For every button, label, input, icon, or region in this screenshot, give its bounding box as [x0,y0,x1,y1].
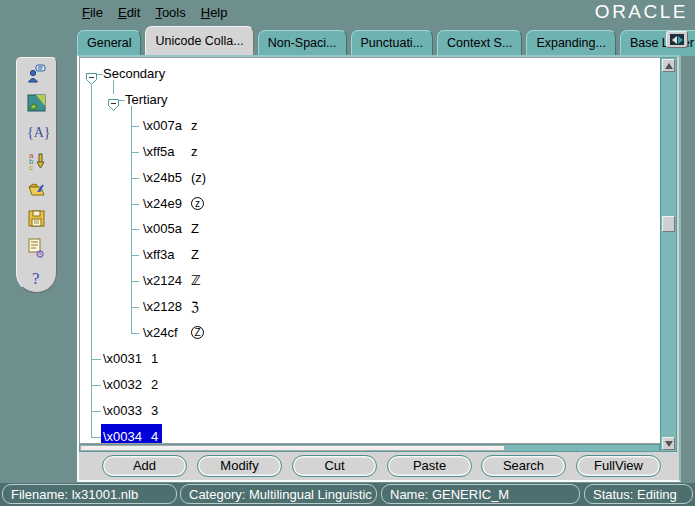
tree-item-x0033[interactable]: \x00333 [81,398,659,424]
tab-expanding[interactable]: Expanding... [526,30,616,56]
floppy-save-button[interactable] [24,208,50,232]
tab-general[interactable]: General [77,30,141,56]
cut-button[interactable]: Cut [292,455,377,477]
codepoint-text: \x005a [143,216,191,241]
horizontal-scroll-thumb[interactable] [80,445,505,451]
tree-tick-line [131,281,139,282]
menu-edit[interactable]: Edit [118,5,140,20]
character-glyph: ℤ [191,273,201,288]
document-gear-button[interactable]: ⚙ [24,237,50,261]
abc-sort-button[interactable]: abc [24,150,50,174]
svg-text:{A}: {A} [27,125,49,140]
tab-scroll-button[interactable] [666,31,688,48]
tree-collapse-toggle-icon[interactable] [108,94,119,106]
tab-context-s[interactable]: Context S... [437,30,522,56]
charset-braces-a-icon: {A} [25,121,49,146]
codepoint-text: \x24e9 [143,191,191,216]
map-territory-icon [26,92,48,117]
tree-tick-line [131,307,139,308]
character-glyph: Z [191,221,199,236]
codepoint-text: \x0031 [103,346,151,371]
svg-text:c: c [29,163,33,172]
side-toolbar: {A}abc⚙? [16,57,57,293]
svg-text:?: ? [32,269,40,288]
modify-button[interactable]: Modify [197,455,282,477]
character-glyph: 1 [151,351,158,366]
scroll-down-button[interactable] [662,437,675,450]
menu-file[interactable]: File [82,5,103,20]
tab-scroll-arrows-icon [670,34,684,45]
tree-tick-line [91,411,101,412]
person-speech-button[interactable] [24,63,50,87]
character-glyph: 3 [151,403,158,418]
tree-item-label: \x2124ℤ [141,268,205,294]
document-gear-icon: ⚙ [26,237,48,262]
codepoint-text: \x0033 [103,398,151,423]
tree-tick-line [131,152,139,153]
horizontal-scrollbar[interactable] [79,444,660,452]
status-editing: Status: Editing [584,484,693,504]
charset-braces-a-button[interactable]: {A} [24,121,50,145]
menubar: FileEditToolsHelp ORACLE [0,0,695,25]
content-panel: SecondaryTertiary\x007az\xff5az\x24b5(z)… [77,55,681,482]
tree-item-x007a[interactable]: \x007az [81,113,659,139]
menu-help[interactable]: Help [201,5,228,20]
tree-item-x005a[interactable]: \x005aZ [81,216,659,242]
tree-item-x2124[interactable]: \x2124ℤ [81,268,659,294]
open-folder-icon [26,179,48,204]
tree-item-x24e9[interactable]: \x24e9z [81,191,659,217]
status-category: Category: Multilingual Linguistic ... [180,484,377,504]
status-name: Name: GENERIC_M [381,484,580,504]
tree-tick-line [131,255,139,256]
tree-item-label-selected: \x00344 [101,424,162,444]
svg-text:⚙: ⚙ [35,248,45,259]
tree-item-x2128[interactable]: \x2128ℨ [81,294,659,320]
tree-item-label: \x00322 [101,372,162,398]
tree-item-label: Tertiary [123,87,172,113]
tree-item-x0032[interactable]: \x00322 [81,372,659,398]
map-territory-button[interactable] [24,92,50,116]
tree-item-x0034[interactable]: \x00344 [81,424,659,444]
tree-item-xff3a[interactable]: \xff3aZ [81,242,659,268]
codepoint-text: \x2124 [143,268,191,293]
tree-collapse-toggle-icon[interactable] [86,68,97,80]
tree-item-label: \x00311 [101,346,162,372]
tree-item-label: \x24b5(z) [141,165,210,191]
tab-punctuati[interactable]: Punctuati... [351,30,434,56]
tree-item-x0031[interactable]: \x00311 [81,346,659,372]
search-button[interactable]: Search [481,455,566,477]
vertical-scrollbar[interactable] [660,57,677,452]
tree-tick-line [131,333,139,334]
vertical-scroll-thumb[interactable] [662,216,675,232]
open-folder-button[interactable] [24,179,50,203]
tree-tick-line [131,204,139,205]
collation-tree: SecondaryTertiary\x007az\xff5az\x24b5(z)… [81,59,659,443]
character-glyph: z [191,118,198,133]
tree-item-tertiary[interactable]: Tertiary [81,87,659,113]
menu-tools[interactable]: Tools [155,5,185,20]
tree-node-text: Secondary [103,66,165,81]
tree-item-xff5a[interactable]: \xff5az [81,139,659,165]
person-speech-icon [26,63,48,88]
add-button[interactable]: Add [102,455,187,477]
question-help-icon: ? [26,266,48,291]
fullview-button[interactable]: FullView [576,455,661,477]
arrow-down-icon [665,441,673,447]
question-help-button[interactable]: ? [24,266,50,290]
tree-tick-line [131,229,139,230]
scroll-up-button[interactable] [662,59,675,72]
tree-tick-line [91,359,101,360]
character-glyph: Z [191,247,199,262]
tree-item-label: \x005aZ [141,216,203,242]
tab-unicode-colla[interactable]: Unicode Colla... [145,26,253,56]
tree-item-label: \x24e9z [141,191,208,217]
tree-item-label: Secondary [101,61,169,87]
paste-button[interactable]: Paste [387,455,472,477]
tree-item-x24b5[interactable]: \x24b5(z) [81,165,659,191]
tree-item-label: \xff5az [141,139,202,165]
tree-item-label: \x007az [141,113,202,139]
tree-item-secondary[interactable]: Secondary [81,61,659,87]
tab-non-spaci[interactable]: Non-Spaci... [258,30,347,56]
tree-item-x24cf[interactable]: \x24cfZ [81,320,659,346]
character-glyph: ℨ [191,299,199,314]
